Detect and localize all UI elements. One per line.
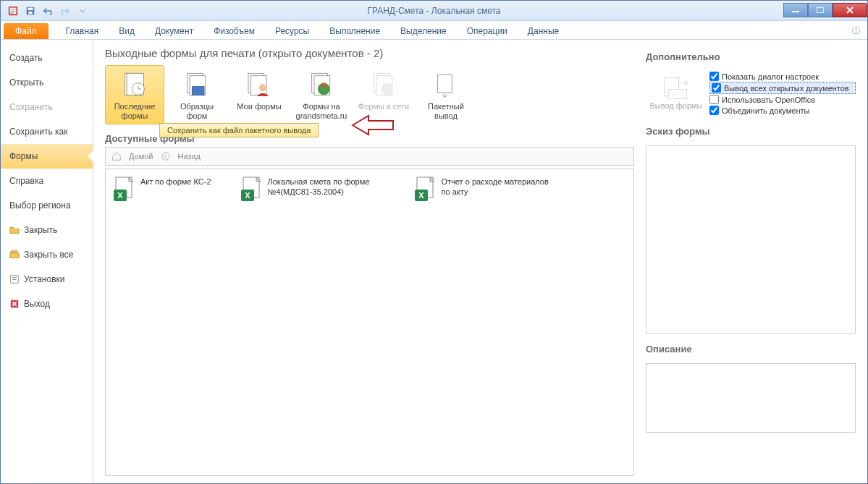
svg-rect-13 [12, 279, 16, 280]
file-tab[interactable]: Файл [4, 23, 49, 39]
svg-rect-6 [28, 7, 33, 10]
home-link[interactable]: Домой [129, 152, 153, 161]
svg-rect-9 [817, 7, 824, 13]
backstage-main: Выходные формы для печати (открыто докум… [93, 40, 867, 483]
svg-text:X: X [117, 191, 123, 200]
network-icon [366, 70, 401, 101]
nav-settings[interactable]: Установки [1, 267, 93, 292]
tab-resources[interactable]: Ресурсы [265, 23, 319, 39]
category-buttons: Последние формы Образцы форм Мои формы Ф… [105, 65, 634, 124]
svg-rect-7 [28, 11, 32, 14]
tab-operations[interactable]: Операции [457, 23, 518, 39]
nav-save: Сохранить [1, 95, 93, 119]
nav-close[interactable]: Закрыть [1, 218, 93, 242]
center-pane: Выходные формы для печати (открыто докум… [105, 47, 634, 476]
sketch-preview [646, 145, 856, 334]
ribbon-tabs: Файл Главная Вид Документ Физобъем Ресур… [1, 21, 867, 40]
svg-rect-4 [11, 12, 14, 13]
quick-access-toolbar [1, 3, 90, 19]
nav-help[interactable]: Справка [1, 169, 93, 193]
svg-text:X: X [245, 191, 250, 200]
myforms-icon [242, 70, 277, 101]
svg-rect-31 [437, 75, 452, 93]
redo-icon[interactable] [57, 3, 73, 19]
backstage-nav: Создать Открыть Сохранить Сохранить как … [1, 40, 93, 483]
btn-recent-forms[interactable]: Последние формы [105, 65, 164, 124]
svg-rect-20 [192, 87, 204, 95]
exit-icon [9, 299, 20, 309]
excel-icon: X [240, 177, 264, 203]
check-all-docs[interactable]: Вывод всех открытых документов [709, 82, 856, 94]
nav-region[interactable]: Выбор региона [1, 193, 93, 218]
btn-my-forms[interactable]: Мои формы [229, 65, 289, 124]
nav-save-as[interactable]: Сохранить как [1, 119, 93, 144]
btn-sample-forms[interactable]: Образцы форм [167, 65, 227, 124]
additional-heading: Дополнительно [646, 51, 856, 62]
svg-rect-43 [668, 90, 686, 99]
page-title: Выходные формы для печати (открыто докум… [105, 47, 634, 59]
breadcrumb-bar: Домой Назад [105, 147, 634, 166]
sketch-heading: Эскиз формы [646, 126, 856, 137]
folder-icon [9, 225, 20, 235]
right-pane: Дополнительно Вывод формы Показать диало… [646, 47, 856, 476]
tab-main[interactable]: Главная [56, 23, 109, 39]
qat-dropdown-icon[interactable] [75, 3, 90, 19]
excel-icon: X [414, 177, 437, 203]
tab-selection[interactable]: Выделение [390, 23, 457, 39]
svg-rect-8 [792, 11, 799, 12]
nav-forms[interactable]: Формы [1, 144, 93, 169]
maximize-button[interactable] [808, 3, 833, 17]
samples-icon [180, 70, 214, 101]
tab-physvolume[interactable]: Физобъем [203, 23, 265, 39]
svg-rect-10 [12, 251, 18, 252]
output-button: Вывод формы [646, 71, 707, 114]
svg-rect-2 [11, 9, 16, 9]
svg-text:X: X [418, 191, 424, 200]
minimize-button[interactable] [783, 3, 808, 17]
form-item[interactable]: X Отчет о расходе материалов по акту [414, 177, 559, 203]
svg-point-30 [382, 83, 394, 95]
excel-icon: X [113, 177, 136, 203]
close-button[interactable] [833, 3, 867, 17]
window-title: ГРАНД-Смета - Локальная смета [367, 6, 500, 16]
back-icon[interactable] [161, 151, 171, 161]
forms-list: X Акт по форме КС-2 X Локальная смета по… [105, 169, 634, 476]
btn-batch-output[interactable]: Пакетный вывод [416, 65, 476, 124]
btn-online-forms[interactable]: Формы на grandsmeta.ru [292, 65, 351, 124]
app-window: ГРАНД-Смета - Локальная смета Файл Главн… [0, 0, 868, 484]
window-buttons [783, 4, 867, 17]
svg-point-23 [259, 84, 266, 91]
desc-heading: Описание [646, 344, 856, 354]
batch-icon [429, 70, 463, 101]
help-icon[interactable]: ⓘ [852, 25, 860, 39]
form-item[interactable]: X Локальная смета по форме №4(МДС81-35.2… [240, 177, 385, 203]
undo-icon[interactable] [40, 3, 56, 19]
recent-icon [117, 70, 152, 101]
back-link[interactable]: Назад [178, 152, 201, 161]
svg-rect-3 [11, 11, 16, 12]
backstage: Создать Открыть Сохранить Сохранить как … [1, 40, 867, 483]
form-item[interactable]: X Акт по форме КС-2 [113, 177, 211, 203]
tab-execution[interactable]: Выполнение [319, 23, 390, 39]
svg-rect-12 [12, 277, 16, 278]
tab-view[interactable]: Вид [109, 23, 145, 39]
home-icon[interactable] [111, 151, 122, 161]
nav-open[interactable]: Открыть [1, 70, 93, 95]
tool-icon [9, 274, 20, 284]
description-box [646, 363, 856, 433]
save-icon[interactable] [22, 3, 38, 19]
titlebar: ГРАНД-Смета - Локальная смета [1, 1, 867, 21]
check-show-dialog[interactable]: Показать диалог настроек [709, 71, 856, 82]
svg-rect-27 [321, 83, 326, 88]
app-icon[interactable] [5, 3, 21, 19]
nav-create[interactable]: Создать [1, 46, 93, 70]
tab-document[interactable]: Документ [145, 23, 203, 39]
tooltip: Сохранить как файл пакетного вывода [159, 123, 319, 137]
folder-stack-icon [9, 250, 20, 260]
check-merge-docs[interactable]: Объединить документы [709, 105, 856, 116]
tab-data[interactable]: Данные [518, 23, 569, 39]
check-openoffice[interactable]: Использовать OpenOffice [709, 94, 856, 105]
nav-exit[interactable]: Выход [1, 292, 93, 316]
svg-point-32 [161, 153, 169, 161]
nav-close-all[interactable]: Закрыть все [1, 242, 93, 267]
